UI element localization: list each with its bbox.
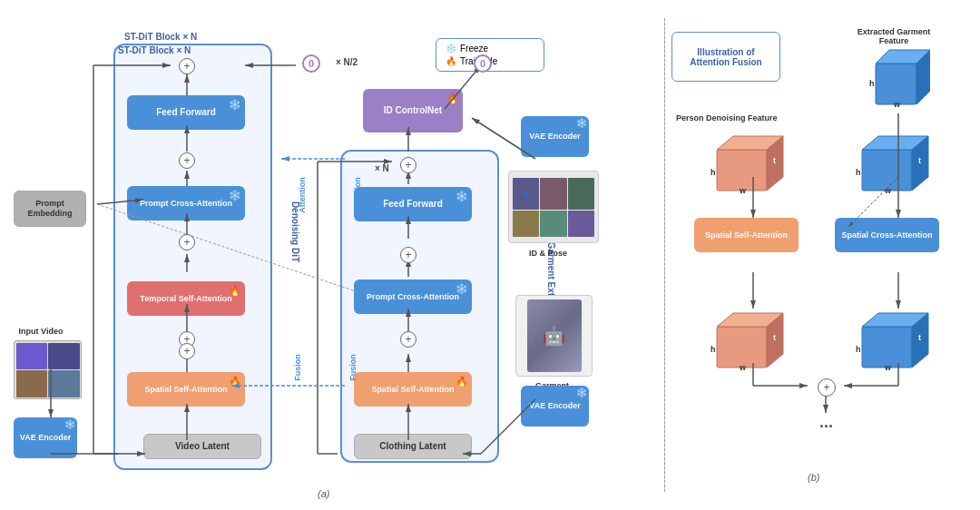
svg-text:w: w <box>739 186 747 195</box>
svg-rect-62 <box>717 327 767 368</box>
svg-rect-50 <box>717 150 767 191</box>
spatial-self-attn-2-block: Spatial Self-Attention 🔥 <box>354 372 472 407</box>
circle-num-right: 0 <box>474 54 492 73</box>
freeze-label: Freeze <box>460 44 488 54</box>
svg-rect-68 <box>862 327 912 368</box>
video-latent-block: Video Latent <box>143 434 261 459</box>
input-video-image <box>14 340 82 399</box>
trainable-icon: 🔥 <box>446 56 456 66</box>
spatial-self-attn-1-block: Spatial Self-Attention 🔥 <box>127 372 245 407</box>
svg-text:t: t <box>918 333 921 342</box>
svg-text:h: h <box>856 345 861 354</box>
circle-add-pca1: + <box>179 234 195 250</box>
circle-add-gff2: + <box>400 157 416 173</box>
person-denoising-cube-left: h w t <box>708 132 789 201</box>
prompt-cross-attn-1-block: Prompt Cross-Attention ❄️ <box>127 186 245 221</box>
spatial-cross-attn-b-block: Spatial Cross-Attention <box>835 218 939 252</box>
vae-encoder-1-block: VAE Encoder ❄️ <box>14 417 77 458</box>
panel-a: ❄️ Freeze 🔥 Trainable ST-DiT Block × N D… <box>9 9 662 501</box>
id-pose-image: 👤 <box>508 171 599 243</box>
times-n-label: × N <box>375 163 389 173</box>
circle-add-b: + <box>818 378 836 397</box>
svg-rect-56 <box>862 150 912 191</box>
svg-text:h: h <box>856 168 861 177</box>
prompt-cross-attn-2-block: Prompt Cross-Attention ❄️ <box>354 280 472 314</box>
feed-forward-2-block: Feed Forward ❄️ <box>354 187 472 221</box>
circle-add-gpca2b: + <box>400 331 416 348</box>
extracted-garment-cube-right: h w t <box>853 132 935 201</box>
input-video-label: Input Video <box>14 322 68 340</box>
svg-text:t: t <box>773 333 776 342</box>
svg-text:h: h <box>710 168 716 177</box>
svg-text:t: t <box>918 156 921 165</box>
temporal-self-attn-block: Temporal Self-Attention 🔥 <box>127 281 245 316</box>
svg-text:w: w <box>884 363 892 372</box>
svg-text:w: w <box>893 100 901 109</box>
spatial-self-attn-b-block: Spatial Self-Attention <box>694 218 799 252</box>
times-n2-label: × N/2 <box>336 57 358 67</box>
circle-add-spa1: + <box>179 343 195 359</box>
circle-num-center: 0 <box>302 54 320 73</box>
output-cube-right: h w t <box>853 309 935 378</box>
b-label: (b) <box>808 472 819 483</box>
svg-text:w: w <box>739 363 747 372</box>
panel-b: Illustration of Attention Fusion Extract… <box>667 9 975 501</box>
svg-text:t: t <box>773 156 776 165</box>
freeze-icon: ❄️ <box>446 44 456 54</box>
attention-label-right: Attention <box>353 177 362 213</box>
clothing-latent-block: Clothing Latent <box>354 434 472 459</box>
garment-image: 🤖 <box>515 295 593 377</box>
output-cube-left: h w t <box>708 309 789 378</box>
svg-text:h: h <box>710 345 716 354</box>
st-dit-label: ST-DiT Block × N <box>124 32 197 42</box>
circle-add-top: + <box>179 58 195 74</box>
vae-encoder-right-top-block: VAE Encoder ❄️ <box>521 116 589 157</box>
a-label: (a) <box>318 488 329 499</box>
svg-text:h: h <box>869 79 875 88</box>
id-pose-label: ID & Pose <box>529 249 567 258</box>
fusion-label-right: Fusion <box>348 354 358 381</box>
garment-top-cube: h w <box>867 45 930 111</box>
st-dit-title: ST-DiT Block × N <box>118 45 191 55</box>
svg-rect-45 <box>876 64 916 104</box>
illustration-label: Illustration of Attention Fusion <box>677 47 775 67</box>
circle-add-ff1: + <box>179 152 195 169</box>
prompt-embedding-block: Prompt Embedding <box>14 191 86 227</box>
svg-text:w: w <box>884 186 892 195</box>
main-container: ❄️ Freeze 🔥 Trainable ST-DiT Block × N D… <box>0 0 980 510</box>
divider <box>664 18 665 492</box>
id-controlnet-block: ID ControlNet 🔥 <box>363 89 463 132</box>
extracted-garment-label: Extracted Garment Feature <box>848 27 939 45</box>
attention-label-left: Attention <box>298 177 307 213</box>
fusion-label-left: Fusion <box>293 354 302 381</box>
illustration-box: Illustration of Attention Fusion <box>671 32 780 82</box>
dots-label: ... <box>819 413 833 432</box>
vae-encoder-right-bottom-block: VAE Encoder ❄️ <box>521 386 589 427</box>
circle-add-gpca2: + <box>400 247 416 263</box>
feed-forward-1-block: Feed Forward ❄️ <box>127 95 245 130</box>
person-denoising-label: Person Denoising Feature <box>676 113 778 123</box>
